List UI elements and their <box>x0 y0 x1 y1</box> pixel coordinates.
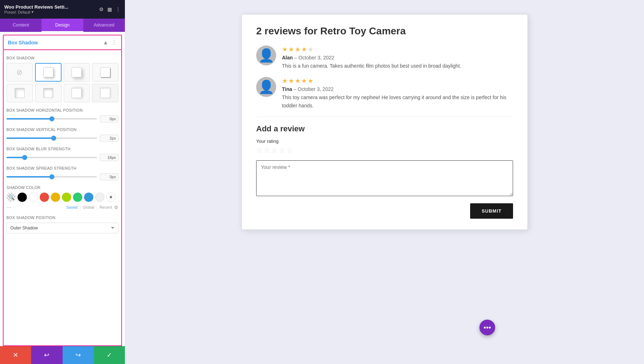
shadow-preview-2 <box>72 67 82 77</box>
horizontal-slider-thumb[interactable] <box>49 116 54 121</box>
vertical-slider-wrap[interactable] <box>6 137 97 139</box>
fab-button[interactable]: ••• <box>479 320 495 335</box>
horizontal-slider-wrap[interactable] <box>6 118 97 120</box>
collapse-icon[interactable]: ▲ <box>103 39 108 46</box>
vertical-slider-thumb[interactable] <box>51 136 56 141</box>
save-button[interactable]: ✓ <box>94 346 125 364</box>
rate-star-2[interactable]: ☆ <box>264 146 270 155</box>
tab-content[interactable]: Content <box>0 19 42 32</box>
spread-label: Box Shadow Spread Strength <box>6 166 118 170</box>
star-filled: ★ <box>282 45 288 53</box>
more-icon[interactable]: ⋮ <box>116 6 121 12</box>
shadow-color-label: Shadow Color <box>6 185 118 190</box>
blur-slider-thumb[interactable] <box>22 155 27 160</box>
shadow-preview-6 <box>72 88 82 98</box>
box-shadow-label: Box Shadow <box>6 56 118 60</box>
vertical-position-row: Box Shadow Vertical Position 2px <box>6 127 118 142</box>
star-empty: ★ <box>308 45 313 53</box>
blur-label: Box Shadow Blur Strength <box>6 147 118 151</box>
color-red[interactable] <box>40 193 49 202</box>
topbar-title: Woo Product Reviews Setti... <box>4 4 68 10</box>
save-icon: ✓ <box>107 351 112 359</box>
avatar-1: 👤 <box>256 45 276 65</box>
grid-icon[interactable]: ▦ <box>107 6 112 12</box>
tab-design[interactable]: Design <box>42 19 83 32</box>
color-green[interactable] <box>73 193 82 202</box>
shadow-color-section: Shadow Color 🔍 ✕ ··· Saved | Global | Re… <box>6 185 118 210</box>
rating-stars[interactable]: ☆ ☆ ☆ ☆ ☆ <box>256 146 513 155</box>
reviewer-name-2: Tina – October 3, 2022 <box>282 86 513 92</box>
color-white[interactable] <box>29 193 38 202</box>
submit-button[interactable]: SUBMIT <box>470 203 513 219</box>
shadow-option-4[interactable] <box>6 84 33 102</box>
cancel-button[interactable]: ✕ <box>0 346 31 364</box>
vertical-slider-container: 2px <box>6 135 118 142</box>
blur-slider-wrap[interactable] <box>6 157 97 158</box>
shadow-option-2[interactable] <box>64 63 90 82</box>
star-filled: ★ <box>308 77 313 85</box>
blur-slider-container: 18px <box>6 154 118 161</box>
star-filled: ★ <box>301 45 307 53</box>
undo-icon: ↩ <box>44 351 49 359</box>
shadow-option-3[interactable] <box>92 63 118 82</box>
settings-icon[interactable]: ⚙ <box>99 6 104 12</box>
eyedropper-swatch[interactable]: 🔍 <box>6 193 16 202</box>
vertical-value[interactable]: 2px <box>100 135 118 142</box>
rate-star-5[interactable]: ☆ <box>286 146 293 155</box>
fab-icon: ••• <box>483 324 491 332</box>
panel-content: Box Shadow ⊘ <box>3 50 122 346</box>
shadow-grid: ⊘ <box>6 63 118 102</box>
rating-label: Your rating <box>256 139 513 144</box>
vertical-label: Box Shadow Vertical Position <box>6 127 118 132</box>
position-label: Box Shadow Position <box>6 215 118 220</box>
rate-star-1[interactable]: ☆ <box>256 146 263 155</box>
section-more-icon[interactable]: ⋮ <box>111 39 117 46</box>
undo-button[interactable]: ↩ <box>31 346 62 364</box>
recent-tab[interactable]: Recent <box>99 205 112 209</box>
left-panel: Woo Product Reviews Setti... Preset: Def… <box>0 0 125 364</box>
horizontal-label: Box Shadow Horizontal Position <box>6 108 118 112</box>
saved-tab[interactable]: Saved <box>66 205 77 209</box>
topbar-preset[interactable]: Preset: Default ▾ <box>4 10 68 14</box>
color-black[interactable] <box>18 193 27 202</box>
shadow-option-6[interactable] <box>64 84 90 102</box>
add-review-title: Add a review <box>256 124 513 134</box>
shadow-position-dropdown[interactable]: Outer Shadow Inner Shadow <box>6 223 118 233</box>
horizontal-position-row: Box Shadow Horizontal Position 0px <box>6 108 118 122</box>
star-filled: ★ <box>282 77 288 85</box>
tab-sep-1: | <box>80 205 81 209</box>
shadow-option-7[interactable] <box>92 84 118 102</box>
shadow-option-1[interactable] <box>35 63 62 82</box>
blur-value[interactable]: 18px <box>100 154 118 161</box>
spread-slider-wrap[interactable] <box>6 176 97 178</box>
spread-value[interactable]: 0px <box>100 173 118 180</box>
global-tab[interactable]: Global <box>83 205 94 209</box>
avatar-2: 👤 <box>256 77 276 97</box>
color-tabs: ··· Saved | Global | Recent ⚙ <box>6 204 118 210</box>
color-settings-icon[interactable]: ⚙ <box>114 205 118 210</box>
review-body-2: ★ ★ ★ ★ ★ Tina – October 3, 2022 This to… <box>282 77 513 110</box>
rate-star-4[interactable]: ☆ <box>279 146 285 155</box>
eraser-swatch[interactable]: ✕ <box>106 193 116 202</box>
horizontal-slider-track <box>6 118 52 120</box>
section-controls: ▲ ⋮ <box>103 39 117 46</box>
spread-slider-thumb[interactable] <box>49 174 54 179</box>
shadow-option-5[interactable] <box>35 84 62 102</box>
submit-row: SUBMIT <box>256 203 513 219</box>
review-textarea[interactable] <box>256 160 513 196</box>
color-yellow[interactable] <box>51 193 60 202</box>
tab-advanced[interactable]: Advanced <box>83 19 125 32</box>
color-light[interactable] <box>95 193 104 202</box>
rate-star-3[interactable]: ☆ <box>271 146 278 155</box>
color-lime[interactable] <box>62 193 71 202</box>
review-body-1: ★ ★ ★ ★ ★ Alan – October 3, 2022 This is… <box>282 45 513 70</box>
horizontal-value[interactable]: 0px <box>100 115 118 122</box>
redo-icon: ↪ <box>75 351 81 359</box>
color-blue[interactable] <box>84 193 93 202</box>
topbar-icons: ⚙ ▦ ⋮ <box>99 6 121 12</box>
shadow-none-option[interactable]: ⊘ <box>6 63 33 82</box>
review-item-1: 👤 ★ ★ ★ ★ ★ Alan – October 3, 2022 This … <box>256 45 513 70</box>
redo-button[interactable]: ↪ <box>63 346 94 364</box>
color-swatches: 🔍 ✕ <box>6 193 118 202</box>
more-colors-dots[interactable]: ··· <box>6 204 11 210</box>
